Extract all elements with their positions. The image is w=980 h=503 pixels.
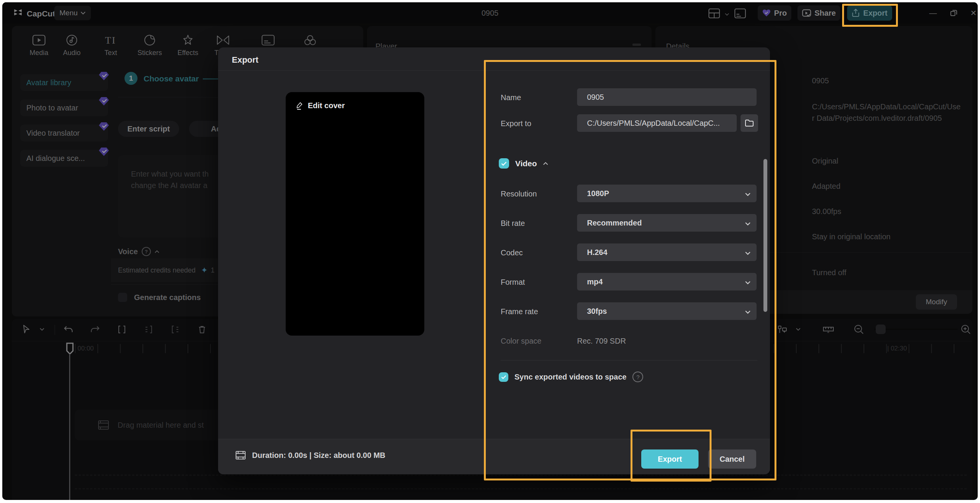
- export-dialog-title: Export: [232, 55, 259, 65]
- highlight-box-export-top: [842, 4, 898, 27]
- export-summary: Duration: 0.00s | Size: about 0.00 MB: [235, 451, 385, 460]
- screenshot-stage: CapCut Menu 0905 Pro Share Export —: [0, 0, 980, 503]
- edit-cover-button[interactable]: Edit cover: [296, 101, 345, 110]
- capcut-window: CapCut Menu 0905 Pro Share Export —: [2, 2, 978, 500]
- pencil-icon: [296, 102, 304, 110]
- duration-size-text: Duration: 0.00s | Size: about 0.00 MB: [252, 451, 385, 460]
- cover-preview: Edit cover: [286, 92, 424, 336]
- edit-cover-label: Edit cover: [308, 101, 345, 110]
- highlight-box-settings: [484, 60, 776, 480]
- film-icon: [235, 451, 246, 460]
- highlight-box-export-button: [631, 430, 712, 482]
